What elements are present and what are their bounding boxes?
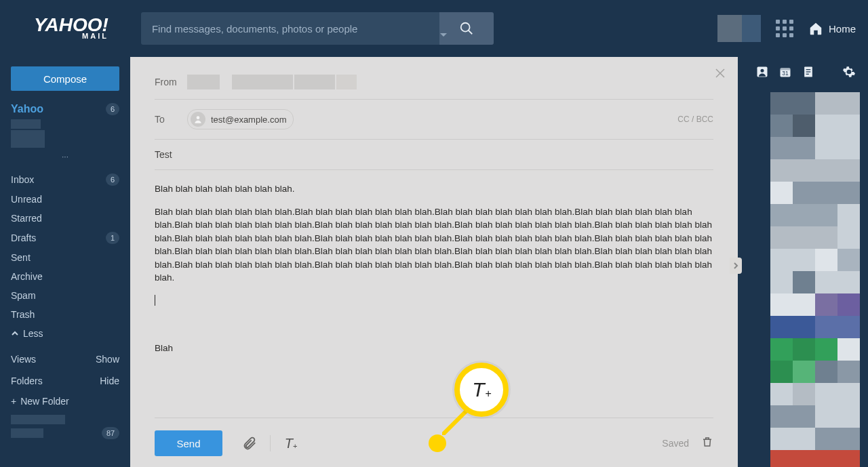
views-label[interactable]: Views [11, 354, 36, 365]
sidebar-views-section: Views Show [11, 348, 119, 370]
account-placeholder [11, 119, 119, 148]
send-button[interactable]: Send [155, 430, 222, 456]
compose-pane: From To test@example.com CC / BCC Test B… [130, 57, 738, 467]
svg-point-4 [197, 116, 200, 119]
more-dots[interactable]: ··· [11, 152, 119, 161]
avatar[interactable] [717, 15, 761, 42]
header: YAHOO! MAIL Home [0, 0, 868, 57]
sidebar-item-spam[interactable]: Spam [11, 286, 119, 305]
sidebar-item-sent[interactable]: Sent [11, 248, 119, 267]
folder-count-badge: 87 [102, 427, 119, 439]
svg-point-7 [761, 69, 764, 73]
from-row: From [155, 57, 713, 100]
attach-icon[interactable] [236, 430, 263, 456]
text-cursor [155, 295, 155, 306]
to-row: To test@example.com CC / BCC [155, 100, 713, 140]
search-bar [141, 12, 494, 45]
folder-placeholders: 87 [11, 415, 119, 439]
search-button[interactable] [439, 12, 494, 45]
callout-pointer [429, 434, 446, 452]
text-format-icon[interactable]: T+ [277, 430, 304, 456]
plus-icon: + [11, 396, 16, 407]
close-icon[interactable] [715, 68, 726, 81]
toolbar-divider [155, 418, 713, 418]
sidebar-item-inbox[interactable]: Inbox6 [11, 169, 119, 190]
sidebar-item-starred[interactable]: Starred [11, 209, 119, 228]
saved-status: Saved [662, 438, 689, 449]
sidebar-less[interactable]: Less [11, 324, 119, 343]
to-label: To [155, 114, 187, 125]
sidebar: Compose Yahoo 6 ··· Inbox6 Unread Starre… [0, 57, 130, 467]
svg-point-0 [461, 23, 470, 32]
recipient-chip[interactable]: test@example.com [187, 109, 294, 129]
svg-line-1 [469, 31, 473, 35]
from-value-placeholder[interactable] [187, 75, 357, 89]
home-label: Home [829, 23, 856, 35]
search-input[interactable] [141, 12, 460, 45]
person-icon [191, 112, 205, 127]
gear-icon[interactable] [842, 65, 856, 81]
subject-row[interactable]: Test [155, 140, 713, 170]
trash-icon[interactable] [701, 436, 713, 451]
contacts-icon[interactable] [755, 65, 769, 79]
sidebar-folders-section: Folders Hide [11, 370, 119, 392]
views-show[interactable]: Show [96, 354, 119, 365]
expand-pane-icon[interactable] [730, 258, 742, 274]
account-name[interactable]: Yahoo 6 [11, 103, 119, 115]
sidebar-item-drafts[interactable]: Drafts1 [11, 228, 119, 248]
yahoo-mail-logo[interactable]: YAHOO! MAIL [34, 18, 108, 39]
folders-label[interactable]: Folders [11, 375, 43, 386]
sidebar-item-unread[interactable]: Unread [11, 190, 119, 209]
calendar-icon[interactable]: 31 [778, 65, 792, 79]
sidebar-item-trash[interactable]: Trash [11, 305, 119, 324]
ad-mosaic [770, 92, 860, 467]
compose-button[interactable]: Compose [11, 66, 119, 91]
sidebar-item-archive[interactable]: Archive [11, 267, 119, 286]
svg-text:31: 31 [782, 70, 789, 77]
from-label: From [155, 77, 187, 87]
home-link[interactable]: Home [808, 21, 856, 36]
account-count-badge: 6 [106, 103, 119, 115]
new-folder-button[interactable]: + New Folder [11, 392, 119, 411]
notepad-icon[interactable] [802, 65, 815, 79]
message-body[interactable]: Blah blah blah blah blah blah blah. Blah… [155, 170, 713, 376]
cc-bcc-toggle[interactable]: CC / BCC [677, 115, 713, 124]
apps-grid-icon[interactable] [776, 20, 793, 37]
folders-hide[interactable]: Hide [100, 375, 119, 386]
recipient-email: test@example.com [211, 115, 286, 125]
right-rail: 31 [749, 60, 868, 467]
callout-format-icon: T+ [454, 363, 509, 417]
